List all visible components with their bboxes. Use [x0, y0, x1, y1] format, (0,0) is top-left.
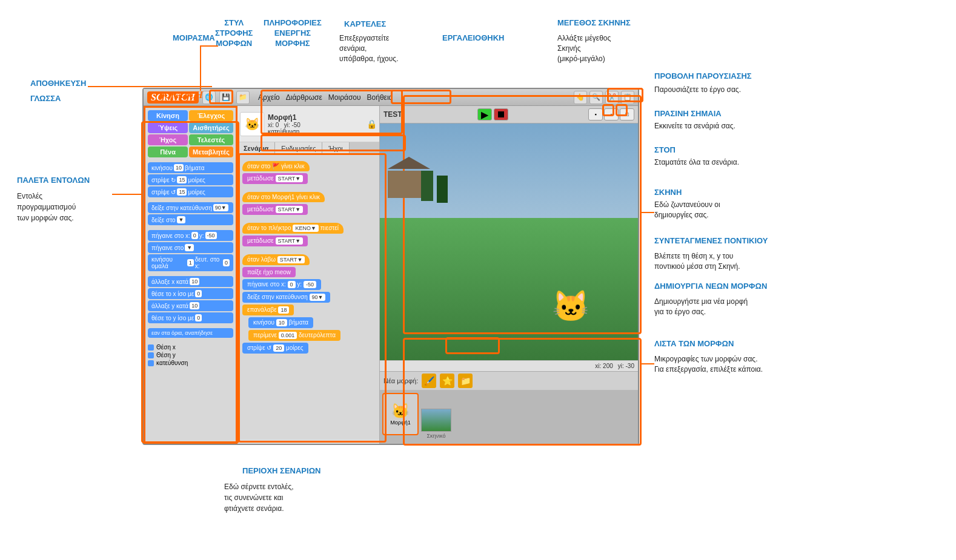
palette-panel: Κίνηση Έλεγχος Ύψεις Αισθητήρες Ήχος Τελ… [144, 106, 237, 444]
block-turn-right[interactable]: στρίψε ↻ 15 μοίρες [148, 174, 233, 185]
cat-motion[interactable]: Κίνηση [148, 110, 188, 121]
annotation-save: ΑΠΟΘΗΚΕΥΣΗ [30, 79, 86, 88]
sb-when-flag[interactable]: όταν στο 🚩 γίνει κλικ [242, 161, 310, 171]
toolbar-icons: 👆 🔍 ✂️ 📋 [574, 91, 634, 104]
sprite-coords-bar: xi: 200 yi: -30 [380, 360, 638, 371]
sb-when-key[interactable]: όταν το πλήκτρο ΚΕΝΟ▼ πιεστεί [242, 223, 344, 234]
sb-broadcast-1[interactable]: μετάδωσε START▼ [242, 173, 308, 184]
tabs-row: Σενάρια Ενδυμασίες Ήχοι [237, 142, 379, 155]
sprite-details: Μορφή1 xi: 0 yi: -50 κατεύθυνση [268, 113, 300, 135]
block-change-x[interactable]: άλλαξε x κατά 10 [148, 276, 233, 287]
annotation-green-flag-desc: Εκκινείτε τα σενάριά σας. [654, 121, 735, 131]
sb-point-dir[interactable]: δείξε στην κατεύθυνση 90▼ [242, 292, 330, 303]
arrow-palette [112, 194, 141, 195]
menu-edit[interactable]: Διάρθρωσε [286, 93, 322, 102]
cat-variables[interactable]: Μεταβλητές [189, 147, 233, 157]
block-set-y[interactable]: θέσε το y ίσο με 0 [148, 312, 233, 323]
scratch-logo-text: SCRATCH [159, 90, 203, 100]
block-goto[interactable]: πήγαινε στο ▼ [148, 242, 233, 253]
menu-help[interactable]: Βοήθεια [367, 93, 393, 102]
coord-y: yi: -30 [618, 363, 634, 369]
sprite-list: 🐱 Μορφή1 Σκηνικό [380, 390, 638, 444]
normal-stage-btn[interactable]: ▫ [604, 108, 619, 120]
sb-when-sprite[interactable]: όταν στο Μορφή1 γίνει κλικ [242, 192, 325, 202]
sb-broadcast-3[interactable]: μετάδωσε START▼ [242, 236, 308, 246]
cat-pen[interactable]: Πένα [148, 147, 188, 157]
sprite-item-1[interactable]: 🐱 Μορφή1 [382, 393, 419, 435]
annotation-palette-desc: Εντολέςπρογραμματισμούτων μορφών σας. [17, 191, 76, 223]
sb-wait[interactable]: περίμενε 0.001 δευτερόλεπτα [248, 330, 340, 341]
block-bounce[interactable]: εαν στα όρια, αναπήδησε [148, 328, 233, 338]
annotation-mouse-coords-desc: Βλέπετε τη θέση x, y τουποντικιού μέσα σ… [654, 251, 740, 272]
cat-operators[interactable]: Τελεστές [189, 134, 233, 145]
tab-costumes[interactable]: Ενδυμασίες [275, 142, 322, 154]
cat-sensing[interactable]: Αισθητήρες [189, 122, 233, 133]
sb-play-sound[interactable]: παίξε ήχο meow [242, 267, 296, 277]
stage-size-buttons: ▪ ▫ □ [588, 108, 634, 120]
annotation-scripts-area-desc: Εδώ σέρνετε εντολές,τις συνενώνετε καιφτ… [224, 481, 294, 514]
upload-sprite-btn[interactable]: 📁 [458, 374, 473, 388]
title-bar: SCRATCH 🌐 💾 📁 Αρχείο Διάρθρωσε Μοιράσου … [144, 89, 638, 106]
sb-turn[interactable]: στρίψε ↺ 20 μοίρες [242, 343, 308, 354]
sb-when-receive[interactable]: όταν λάβω START▼ [242, 254, 310, 265]
annotation-mouse-coords: ΣΥΝΤΕΤΑΓΜΕΝΕΣ ΠΟΝΤΙΚΙΟΥ [654, 236, 768, 245]
annotation-sprite-list-desc: Μικρογραφίες των μορφών σας.Για επεξεργα… [654, 354, 763, 375]
sb-move[interactable]: κινήσου 10 βήματα [248, 317, 313, 328]
sb-repeat[interactable]: επανάλαβε 18 [242, 305, 294, 315]
tool-icon-4[interactable]: 📋 [621, 91, 634, 104]
annotation-new-sprite: ΔΗΜΙΟΥΡΓΙΑ ΝΕΩΝ ΜΟΡΦΩΝ [654, 282, 767, 291]
sprite-thumbnail: 🐱 [240, 112, 264, 136]
var-x-checkbox[interactable] [148, 344, 154, 351]
background-item[interactable]: Σκηνικό [421, 393, 451, 441]
menu-file[interactable]: Αρχείο [258, 93, 280, 102]
scratch-window: SCRATCH 🌐 💾 📁 Αρχείο Διάρθρωσε Μοιράσου … [142, 88, 639, 445]
annotation-rotation: ΣΤΥΛΣΤΡΟΦΗΣΜΟΡΦΩΝ [215, 18, 253, 49]
annotation-stop: ΣΤΟΠ [654, 145, 676, 154]
cat-looks[interactable]: Ύψεις [148, 122, 188, 133]
save-icon[interactable]: 💾 [219, 91, 233, 104]
paint-sprite-btn[interactable]: 🖌️ [422, 374, 436, 388]
tool-icon-2[interactable]: 🔍 [589, 91, 603, 104]
script-area[interactable]: όταν στο 🚩 γίνει κλικ μετάδωσε START▼ ότ… [237, 155, 379, 440]
folder-icon[interactable]: 📁 [236, 91, 250, 104]
lock-icon[interactable]: 🔒 [367, 119, 377, 129]
tab-sounds[interactable]: Ήχοι [322, 142, 349, 154]
cat-sound[interactable]: Ήχος [148, 134, 188, 145]
annotation-sharing: ΜΟΙΡΑΣΜΑ [173, 33, 215, 42]
block-point-towards[interactable]: δείξε στο ▼ [148, 214, 233, 225]
small-stage-btn[interactable]: ▪ [588, 108, 603, 120]
tool-icon-3[interactable]: ✂️ [605, 91, 619, 104]
sprite-item-name-1: Μορφή1 [390, 420, 410, 426]
sb-broadcast-2[interactable]: μετάδωσε START▼ [242, 204, 308, 215]
annotation-tabs-desc: Επεξεργαστείτεσενάρια,υπόβαθρα, ήχους. [339, 33, 398, 64]
block-set-x[interactable]: θέσε το x ίσο με 0 [148, 288, 233, 299]
globe-icon[interactable]: 🌐 [202, 91, 216, 104]
block-change-y[interactable]: άλλαξε y κατά 10 [148, 300, 233, 311]
sprite-list-top: Νέα μορφή: 🖌️ ⭐ 📁 [380, 372, 638, 390]
block-turn-left[interactable]: στρίψε ↺ 15 μοίρες [148, 186, 233, 197]
random-sprite-btn[interactable]: ⭐ [440, 374, 454, 388]
block-point-dir[interactable]: δείξε στην κατεύθυνση 90▼ [148, 202, 233, 213]
stage-label: TEST [383, 110, 402, 119]
stop-button[interactable]: ⏹ [494, 108, 508, 120]
sprite-x: xi: 0 yi: -50 [268, 122, 300, 128]
var-y-checkbox[interactable] [148, 352, 154, 358]
annotation-toolbar: ΕΡΓΑΛΕΙΟΘΗΚΗ [442, 33, 504, 42]
block-goto-xy[interactable]: πήγαινε στο x: 0 y: -50 [148, 230, 233, 241]
arrow-sprite-list [641, 363, 654, 364]
sb-goto-xy[interactable]: πήγαινε στο x: 0 y: -50 [242, 279, 321, 290]
block-glide[interactable]: κινήσου ομαλά 1 δευτ. στο x: 0 [148, 254, 233, 271]
annotation-stage-size-desc: Αλλάξτε μέγεθοςΣκηνής(μικρό-μεγάλο) [557, 33, 611, 64]
annotation-sprite-list: ΛΙΣΤΑ ΤΩΝ ΜΟΡΦΩΝ [654, 339, 734, 348]
block-move[interactable]: κινήσου 10 βήματα [148, 162, 233, 173]
annotation-language: ΓΛΩΣΣΑ [30, 94, 61, 103]
large-stage-btn[interactable]: □ [620, 108, 634, 120]
coord-x: xi: 200 [595, 363, 612, 369]
menu-share[interactable]: Μοιράσου [328, 93, 361, 102]
green-flag-button[interactable]: ▶ [477, 108, 492, 120]
cat-control[interactable]: Έλεγχος [189, 110, 233, 121]
tab-scripts[interactable]: Σενάρια [237, 142, 275, 154]
var-dir-checkbox[interactable] [148, 360, 154, 366]
tool-icon-1[interactable]: 👆 [574, 91, 587, 104]
stage-view[interactable]: 🐱 [380, 124, 638, 360]
